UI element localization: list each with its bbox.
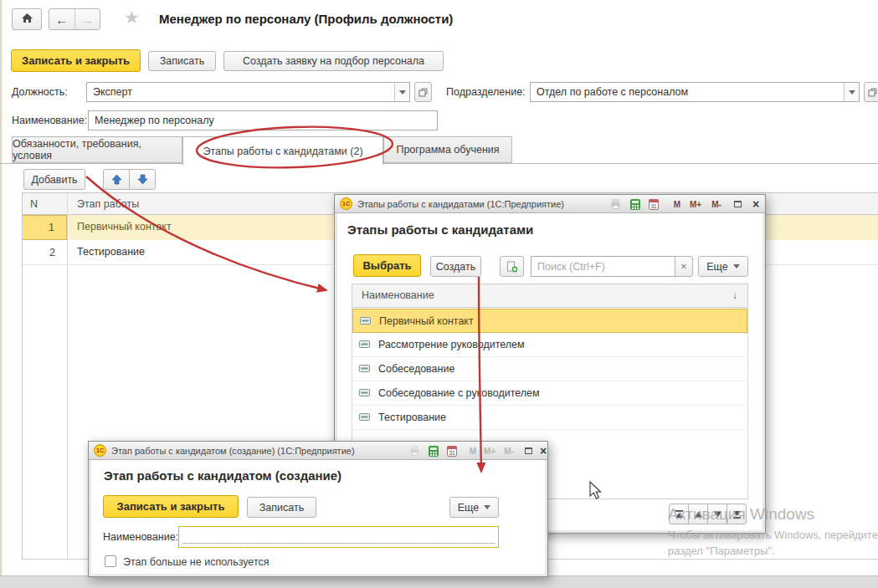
- name-input[interactable]: [178, 526, 499, 548]
- calendar-day: 31: [650, 202, 657, 208]
- maximize-icon: [734, 201, 742, 207]
- move-up-button[interactable]: [103, 169, 130, 190]
- row-number-cell[interactable]: 2: [22, 240, 67, 265]
- forward-icon: →: [81, 13, 94, 27]
- arrow-up-icon: [111, 174, 122, 185]
- tab-label: Обязанности, требования, условия: [13, 138, 182, 161]
- more-label: Еще: [458, 502, 479, 514]
- memory-minus-button[interactable]: M-: [709, 197, 724, 211]
- item-marker-icon: [359, 412, 370, 423]
- table-left-border: [22, 192, 23, 560]
- row-number: 2: [49, 247, 55, 258]
- stage-cell[interactable]: Тестирование: [77, 246, 145, 258]
- chevron-down-icon: [399, 90, 406, 95]
- close-button[interactable]: ×: [748, 197, 763, 211]
- screen: ← → ★ Менеджер по персоналу (Профиль дол…: [0, 0, 878, 588]
- row-number-cell[interactable]: 1: [22, 215, 67, 240]
- tab-stages[interactable]: Этапы работы с кандидатами (2): [182, 136, 383, 165]
- save-label: Записать: [160, 55, 204, 67]
- list-item[interactable]: Собеседование с руководителем: [352, 381, 747, 406]
- back-button[interactable]: ←: [49, 9, 75, 29]
- department-combobox[interactable]: Отдел по работе с персоналом: [530, 82, 860, 102]
- column-header-stage[interactable]: Этап работы: [77, 198, 139, 210]
- column-header-name: Наименование: [362, 289, 434, 301]
- row-number: 1: [49, 222, 54, 233]
- favorite-star-icon[interactable]: ★: [124, 8, 140, 28]
- save-button[interactable]: Записать: [148, 51, 216, 71]
- search-input[interactable]: [531, 256, 675, 277]
- save-close-button[interactable]: Записать и закрыть: [11, 49, 141, 72]
- calculator-icon[interactable]: [426, 444, 441, 458]
- stage-cell[interactable]: Первичный контакт: [77, 221, 172, 233]
- memory-button[interactable]: M: [465, 444, 480, 458]
- list-item[interactable]: Первичный контакт: [352, 309, 747, 333]
- calendar-day: 31: [449, 449, 455, 455]
- memory-minus-button[interactable]: M-: [501, 444, 516, 458]
- create-window-titlebar[interactable]: 1С Этап работы с кандидатом (создание) (…: [89, 442, 547, 460]
- memory-plus-button[interactable]: M+: [688, 197, 703, 211]
- chevron-down-icon: [733, 264, 740, 268]
- open-link-icon: [418, 88, 428, 97]
- table-column-divider: [67, 192, 68, 560]
- open-link-icon: [868, 88, 877, 97]
- more-button[interactable]: Еще: [698, 256, 748, 277]
- position-value: Эксперт: [93, 86, 132, 98]
- column-header-n[interactable]: N: [30, 198, 38, 210]
- create-group-button[interactable]: [500, 256, 524, 277]
- list-item-label: Собеседование: [378, 363, 454, 375]
- create-window-header: Этап работы с кандидатом (создание): [104, 468, 341, 483]
- position-label: Должность:: [12, 86, 68, 98]
- name-label: Наименование:: [12, 115, 87, 126]
- clear-icon: ×: [680, 261, 686, 273]
- unused-stage-checkbox[interactable]: [105, 555, 116, 567]
- input-dotted-line: [182, 543, 495, 544]
- list-item[interactable]: Собеседование: [352, 357, 747, 381]
- list-window-header: Этапы работы с кандидатами: [347, 222, 533, 237]
- memory-button[interactable]: M: [670, 197, 685, 211]
- arrow-down-icon: [137, 174, 148, 185]
- list-item[interactable]: Рассмотрение руководителем: [352, 333, 747, 357]
- department-open-button[interactable]: [864, 82, 878, 102]
- select-button[interactable]: Выбрать: [353, 254, 421, 277]
- window-title: Этапы работы с кандидатами (1С:Предприят…: [357, 199, 564, 209]
- position-combobox[interactable]: Эксперт: [86, 82, 410, 102]
- create-request-button[interactable]: Создать заявку на подбор персонала: [223, 51, 444, 71]
- home-button[interactable]: [12, 8, 42, 30]
- memory-plus-button[interactable]: M+: [482, 444, 497, 458]
- save-close-label: Записать и закрыть: [22, 54, 130, 67]
- print-icon[interactable]: [608, 197, 623, 211]
- more-button[interactable]: Еще: [449, 497, 499, 518]
- page-title: Менеджер по персоналу (Профиль должности…: [159, 12, 453, 26]
- department-dropdown-button[interactable]: [844, 83, 859, 101]
- tab-label: Этапы работы с кандидатами (2): [203, 146, 362, 157]
- add-button[interactable]: Добавить: [23, 169, 85, 190]
- calculator-icon[interactable]: [628, 197, 643, 211]
- add-label: Добавить: [31, 174, 77, 186]
- position-open-button[interactable]: [414, 82, 432, 102]
- create-button[interactable]: Создать: [430, 256, 481, 277]
- window-title: Этап работы с кандидатом (создание) (1С:…: [111, 446, 355, 456]
- history-nav-group: ← →: [49, 8, 100, 30]
- maximize-button[interactable]: [730, 197, 745, 211]
- list-item[interactable]: Тестирование: [352, 406, 747, 430]
- close-button[interactable]: ×: [536, 444, 551, 458]
- clear-search-button[interactable]: ×: [675, 256, 693, 277]
- create-label: Создать: [436, 261, 476, 273]
- forward-button[interactable]: →: [75, 9, 100, 29]
- list-window-titlebar[interactable]: 1С Этапы работы с кандидатами (1С:Предпр…: [335, 195, 765, 213]
- tab-training[interactable]: Программа обучения: [383, 136, 512, 163]
- save-button[interactable]: Записать: [247, 497, 316, 518]
- list-column-header[interactable]: Наименование ↓: [352, 284, 748, 308]
- print-icon[interactable]: [407, 444, 422, 458]
- calendar-icon[interactable]: 31: [646, 197, 661, 211]
- save-close-button[interactable]: Записать и закрыть: [103, 495, 239, 518]
- name-input[interactable]: Менеджер по персоналу: [88, 110, 438, 130]
- position-dropdown-button[interactable]: [394, 83, 409, 101]
- maximize-icon: [525, 447, 532, 454]
- maximize-button[interactable]: [521, 444, 536, 458]
- department-label: Подразделение:: [446, 86, 526, 98]
- calendar-icon[interactable]: 31: [444, 444, 460, 458]
- move-down-button[interactable]: [129, 169, 156, 190]
- stage-create-window: 1С Этап работы с кандидатом (создание) (…: [88, 441, 548, 577]
- tab-duties[interactable]: Обязанности, требования, условия: [12, 136, 182, 163]
